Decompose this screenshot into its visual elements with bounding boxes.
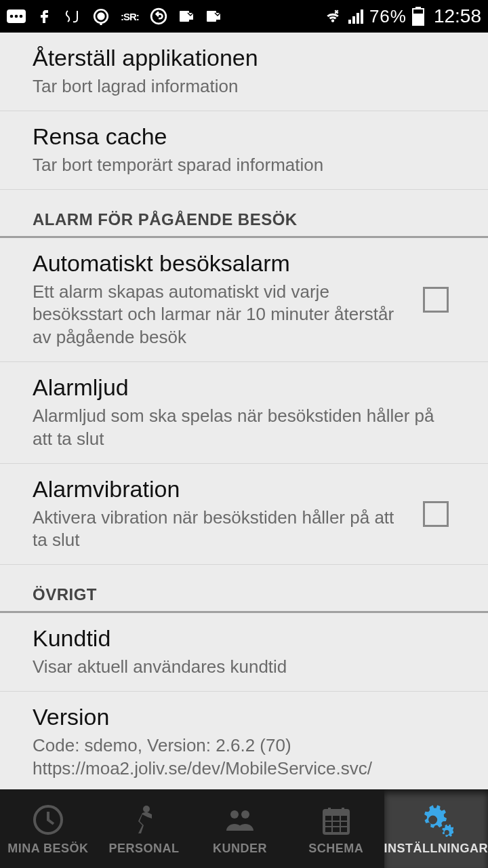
section-other-header: ÖVRIGT [0, 565, 488, 613]
alarm-vibration-item[interactable]: Alarmvibration Aktivera vibration när be… [0, 464, 488, 566]
nav-label: PERSONAL [108, 842, 179, 856]
auto-visit-alarm-item[interactable]: Automatiskt besöksalarm Ett alarm skapas… [0, 238, 488, 362]
status-bar: :SR: 76% 12:58 [0, 0, 488, 33]
item-title: Alarmvibration [33, 476, 409, 502]
nav-label: SCHEMA [308, 842, 363, 856]
svg-point-19 [143, 806, 150, 812]
nav-kunder[interactable]: KUNDER [192, 789, 288, 868]
sr-icon: :SR: [121, 11, 139, 22]
svg-rect-12 [352, 16, 355, 24]
alarm-sound-item[interactable]: Alarmljud Alarmljud som ska spelas när b… [0, 362, 488, 464]
clock-icon [32, 802, 64, 837]
checkbox[interactable] [423, 287, 449, 313]
item-sub: Ett alarm skapas automatiskt vid varje b… [33, 281, 409, 349]
gear-icon [418, 802, 453, 837]
refresh-icon [150, 7, 167, 25]
item-title: Återställ applikationen [33, 45, 442, 71]
location-icon [92, 7, 110, 25]
svg-point-20 [230, 810, 239, 818]
svg-rect-13 [357, 13, 359, 24]
item-title: Rensa cache [33, 123, 442, 150]
status-left-icons: :SR: [7, 7, 222, 25]
item-sub: Tar bort temporärt sparad information [33, 154, 442, 177]
battery-percent: 76% [369, 6, 407, 27]
people-icon [224, 802, 256, 837]
sj-icon [64, 8, 81, 24]
item-sub: Alarmljud som ska spelas när besökstiden… [33, 405, 442, 451]
section-alarm-header: ALARM FÖR PÅGÅENDE BESÖK [0, 190, 488, 238]
item-sub: Aktivera vibration när besökstiden hålle… [33, 507, 409, 553]
facebook-icon [37, 8, 53, 24]
outlook-icon-2 [205, 8, 222, 24]
wifi-icon [323, 9, 342, 24]
settings-content: Återställ applikationen Tar bort lagrad … [0, 33, 488, 789]
item-title: Kundtid [33, 625, 442, 652]
svg-rect-9 [207, 11, 216, 22]
kundtid-item[interactable]: Kundtid Visar aktuell användares kundtid [0, 613, 488, 692]
signal-icon [348, 9, 364, 24]
nav-schema[interactable]: SCHEMA [288, 789, 384, 868]
svg-point-21 [241, 810, 249, 818]
item-title: Version [33, 704, 442, 730]
clear-cache-item[interactable]: Rensa cache Tar bort temporärt sparad in… [0, 111, 488, 190]
svg-point-2 [15, 15, 18, 18]
svg-point-5 [98, 14, 104, 20]
running-person-icon [127, 802, 160, 837]
more-icon [7, 9, 26, 23]
outlook-icon [178, 8, 195, 24]
svg-rect-17 [413, 14, 424, 26]
clock-text: 12:58 [434, 5, 481, 27]
nav-personal[interactable]: PERSONAL [96, 789, 192, 868]
bottom-nav: MINA BESÖK PERSONAL KUNDER SCHEMA INSTÄL… [0, 789, 488, 868]
svg-rect-14 [361, 9, 363, 24]
item-sub: Code: sdemo, Version: 2.6.2 (70) https:/… [33, 734, 442, 781]
svg-rect-23 [324, 810, 348, 816]
reset-app-item[interactable]: Återställ applikationen Tar bort lagrad … [0, 33, 488, 111]
version-item[interactable]: Version Code: sdemo, Version: 2.6.2 (70)… [0, 692, 488, 789]
nav-label: KUNDER [213, 842, 267, 856]
item-title: Alarmljud [33, 374, 442, 401]
nav-label: MINA BESÖK [7, 842, 88, 856]
svg-rect-7 [180, 11, 189, 22]
nav-label: INSTÄLLNINGAR [384, 842, 489, 856]
status-right: 76% 12:58 [323, 5, 481, 27]
svg-rect-11 [348, 20, 351, 24]
item-sub: Tar bort lagrad information [33, 75, 442, 98]
svg-point-3 [20, 15, 23, 18]
nav-installningar[interactable]: INSTÄLLNINGAR [384, 789, 489, 868]
item-sub: Visar aktuell användares kundtid [33, 656, 442, 679]
calendar-icon [320, 802, 352, 837]
battery-icon [412, 7, 424, 26]
nav-mina-besok[interactable]: MINA BESÖK [0, 789, 96, 868]
svg-point-1 [10, 15, 14, 18]
checkbox[interactable] [423, 501, 449, 527]
item-title: Automatiskt besöksalarm [33, 250, 409, 277]
